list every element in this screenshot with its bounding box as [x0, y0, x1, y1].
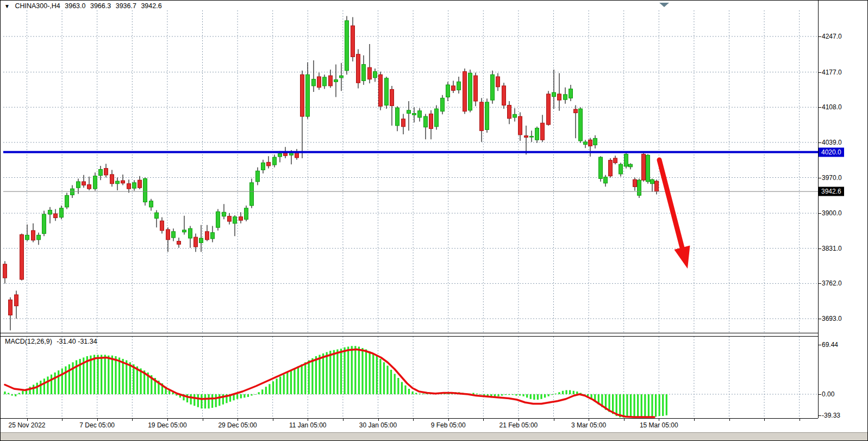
macd-bar [33, 385, 34, 395]
bull-candle [312, 79, 316, 86]
price-tick-mark [818, 319, 821, 319]
bear-candle [82, 182, 86, 185]
bull-candle [396, 108, 399, 126]
bear-candle [463, 72, 467, 111]
macd-bar [637, 394, 639, 418]
macd-bar [43, 378, 45, 394]
bull-candle [564, 95, 567, 100]
macd-bar [333, 350, 335, 394]
candles-layer [3, 16, 659, 331]
price-tick-mark [818, 213, 821, 214]
macd-bar [376, 356, 378, 394]
macd-bar [548, 394, 549, 396]
bear-candle [267, 162, 271, 166]
macd-bar [254, 394, 256, 395]
trend-arrow[interactable] [659, 160, 690, 269]
macd-bar [319, 355, 320, 395]
macd-bar [204, 394, 206, 408]
macd-bar [523, 394, 524, 396]
macd-bar [97, 355, 98, 395]
bull-candle [99, 170, 103, 176]
time-tick-mark [800, 418, 800, 421]
bear-candle [655, 181, 659, 191]
bear-candle [452, 86, 455, 90]
macd-bar [68, 364, 70, 394]
bull-candle [629, 164, 633, 167]
bull-candle [651, 179, 654, 183]
macd-bar [351, 346, 353, 394]
macd-bar [58, 370, 59, 394]
macd-bar [562, 391, 564, 394]
price-tick-mark [818, 72, 821, 73]
bull-candle [424, 116, 428, 127]
bull-candle [256, 171, 260, 182]
macd-bar [8, 393, 9, 395]
macd-bar [36, 383, 38, 394]
time-tick-mark [378, 418, 379, 421]
bull-candle [569, 89, 573, 98]
macd-bar [419, 394, 421, 394]
bull-candle [261, 163, 265, 170]
macd-bar [11, 394, 13, 396]
price-tick-mark [818, 178, 821, 178]
bear-candle [329, 76, 333, 86]
bear-candle [239, 217, 243, 221]
macd-bar [655, 394, 657, 417]
macd-bar [322, 353, 324, 394]
bull-candle [183, 230, 186, 232]
bear-candle [301, 74, 304, 116]
window-bottom-strip [1, 432, 868, 441]
price-axis-line [818, 1, 819, 418]
macd-bar [415, 393, 417, 395]
macd-bar [329, 351, 331, 394]
macd-bar [201, 394, 202, 408]
time-axis-label: 15 Mar 05:00 [640, 421, 678, 429]
bull-candle [323, 77, 327, 86]
macd-bar [65, 367, 66, 394]
price-tick-mark [818, 283, 821, 284]
bull-candle [245, 208, 248, 220]
macd-bar [480, 394, 482, 395]
time-axis-label: 7 Dec 05:00 [79, 421, 115, 429]
bull-candle [233, 217, 237, 223]
bear-candle [508, 105, 511, 118]
macd-bar [51, 375, 52, 394]
bull-candle [273, 157, 277, 165]
bull-candle [334, 80, 338, 82]
macd-bar [408, 389, 410, 394]
symbol-dropdown-icon[interactable]: ▼ [4, 3, 10, 9]
horizontal-line-4020[interactable] [3, 151, 818, 153]
bull-candle [172, 232, 176, 238]
bull-candle [513, 114, 517, 117]
macd-bar [208, 394, 209, 408]
macd-bar [243, 394, 245, 397]
chart-shift-marker-icon[interactable] [659, 3, 669, 7]
macd-bar [422, 394, 424, 394]
macd-bar [315, 356, 317, 394]
bear-candle [138, 180, 142, 188]
bear-candle [32, 231, 35, 240]
macd-values: -31.40 -31.34 [57, 338, 97, 345]
panel-separator[interactable] [1, 333, 818, 337]
time-axis-label: 3 Mar 05:00 [571, 421, 606, 429]
bull-candle [250, 183, 254, 206]
macd-bar [336, 350, 338, 395]
macd-bar [515, 394, 517, 396]
macd-bar [526, 394, 528, 397]
macd-bar [648, 394, 650, 418]
macd-bar [326, 352, 328, 395]
macd-bar [476, 394, 478, 394]
macd-bar [651, 394, 653, 417]
bear-candle [429, 114, 433, 128]
bear-candle [9, 300, 13, 315]
bear-candle [121, 181, 125, 183]
bear-candle [547, 94, 551, 125]
macd-bar [133, 364, 134, 394]
macd-bar [390, 370, 392, 394]
macd-bar [372, 353, 374, 394]
bull-candle [646, 155, 650, 182]
macd-bar [61, 369, 63, 395]
price-tick-mark [818, 36, 821, 37]
time-tick-mark [273, 418, 273, 421]
price-tick-label: 3970.0 [822, 174, 842, 182]
